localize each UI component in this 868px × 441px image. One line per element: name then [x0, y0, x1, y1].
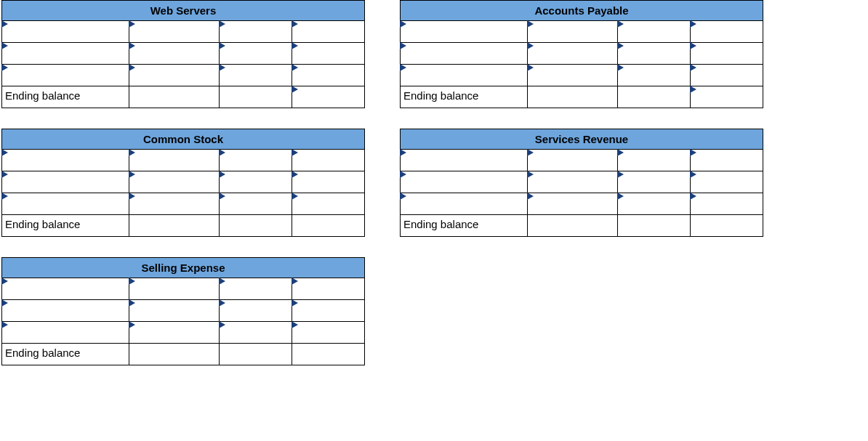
entry-cell[interactable] [220, 150, 292, 171]
entry-cell[interactable] [691, 65, 763, 86]
dropdown-icon[interactable] [292, 42, 298, 49]
entry-cell[interactable] [292, 21, 365, 43]
entry-cell[interactable] [129, 171, 220, 193]
dropdown-icon[interactable] [292, 299, 298, 307]
entry-cell[interactable] [527, 193, 618, 215]
entry-cell[interactable] [220, 21, 292, 43]
entry-cell[interactable] [2, 171, 129, 193]
dropdown-icon[interactable] [690, 171, 696, 178]
dropdown-icon[interactable] [690, 64, 696, 71]
ending-balance-cell[interactable] [527, 86, 618, 108]
entry-cell[interactable] [129, 278, 220, 300]
dropdown-icon[interactable] [129, 193, 135, 200]
dropdown-icon[interactable] [1, 193, 8, 200]
entry-cell[interactable] [691, 171, 763, 193]
entry-cell[interactable] [129, 300, 220, 322]
entry-cell[interactable] [691, 43, 763, 65]
dropdown-icon[interactable] [219, 193, 225, 200]
dropdown-icon[interactable] [617, 193, 624, 200]
dropdown-icon[interactable] [1, 149, 8, 156]
dropdown-icon[interactable] [292, 193, 298, 200]
dropdown-icon[interactable] [527, 149, 534, 156]
entry-cell[interactable] [129, 193, 220, 215]
entry-cell[interactable] [2, 193, 129, 215]
dropdown-icon[interactable] [292, 149, 298, 156]
entry-cell[interactable] [691, 150, 763, 171]
dropdown-icon[interactable] [617, 171, 624, 178]
dropdown-icon[interactable] [1, 64, 8, 71]
ending-balance-cell[interactable] [292, 86, 365, 108]
dropdown-icon[interactable] [219, 42, 225, 49]
entry-cell[interactable] [292, 65, 365, 86]
entry-cell[interactable] [292, 278, 365, 300]
entry-cell[interactable] [618, 43, 691, 65]
dropdown-icon[interactable] [129, 64, 135, 71]
entry-cell[interactable] [220, 171, 292, 193]
entry-cell[interactable] [129, 322, 220, 344]
entry-cell[interactable] [401, 65, 528, 86]
entry-cell[interactable] [401, 43, 528, 65]
ending-balance-cell[interactable] [129, 215, 220, 237]
ending-balance-cell[interactable] [292, 344, 365, 365]
dropdown-icon[interactable] [129, 171, 135, 178]
entry-cell[interactable] [220, 300, 292, 322]
entry-cell[interactable] [129, 43, 220, 65]
entry-cell[interactable] [292, 43, 365, 65]
entry-cell[interactable] [2, 21, 129, 43]
dropdown-icon[interactable] [690, 20, 696, 28]
dropdown-icon[interactable] [292, 64, 298, 71]
dropdown-icon[interactable] [219, 321, 225, 328]
dropdown-icon[interactable] [400, 193, 406, 200]
dropdown-icon[interactable] [219, 64, 225, 71]
entry-cell[interactable] [527, 43, 618, 65]
dropdown-icon[interactable] [129, 149, 135, 156]
entry-cell[interactable] [220, 43, 292, 65]
ending-balance-cell[interactable] [691, 215, 763, 237]
entry-cell[interactable] [691, 193, 763, 215]
entry-cell[interactable] [527, 21, 618, 43]
dropdown-icon[interactable] [617, 149, 624, 156]
dropdown-icon[interactable] [129, 299, 135, 307]
ending-balance-cell[interactable] [618, 215, 691, 237]
dropdown-icon[interactable] [527, 20, 534, 28]
dropdown-icon[interactable] [129, 278, 135, 285]
entry-cell[interactable] [618, 171, 691, 193]
entry-cell[interactable] [401, 21, 528, 43]
dropdown-icon[interactable] [527, 171, 534, 178]
entry-cell[interactable] [292, 322, 365, 344]
ending-balance-cell[interactable] [292, 215, 365, 237]
entry-cell[interactable] [401, 171, 528, 193]
ending-balance-cell[interactable] [220, 344, 292, 365]
entry-cell[interactable] [292, 171, 365, 193]
dropdown-icon[interactable] [219, 299, 225, 307]
dropdown-icon[interactable] [527, 42, 534, 49]
dropdown-icon[interactable] [617, 64, 624, 71]
dropdown-icon[interactable] [690, 193, 696, 200]
entry-cell[interactable] [527, 150, 618, 171]
entry-cell[interactable] [2, 150, 129, 171]
dropdown-icon[interactable] [617, 42, 624, 49]
entry-cell[interactable] [618, 150, 691, 171]
entry-cell[interactable] [220, 278, 292, 300]
dropdown-icon[interactable] [129, 42, 135, 49]
ending-balance-cell[interactable] [129, 344, 220, 365]
dropdown-icon[interactable] [292, 171, 298, 178]
ending-balance-cell[interactable] [691, 86, 763, 108]
entry-cell[interactable] [220, 322, 292, 344]
dropdown-icon[interactable] [1, 299, 8, 307]
dropdown-icon[interactable] [400, 149, 406, 156]
ending-balance-cell[interactable] [220, 86, 292, 108]
entry-cell[interactable] [129, 65, 220, 86]
dropdown-icon[interactable] [219, 149, 225, 156]
entry-cell[interactable] [129, 150, 220, 171]
dropdown-icon[interactable] [1, 20, 8, 28]
dropdown-icon[interactable] [1, 278, 8, 285]
dropdown-icon[interactable] [219, 20, 225, 28]
dropdown-icon[interactable] [292, 86, 298, 93]
entry-cell[interactable] [2, 43, 129, 65]
dropdown-icon[interactable] [527, 64, 534, 71]
entry-cell[interactable] [401, 150, 528, 171]
dropdown-icon[interactable] [1, 171, 8, 178]
entry-cell[interactable] [527, 65, 618, 86]
entry-cell[interactable] [220, 65, 292, 86]
